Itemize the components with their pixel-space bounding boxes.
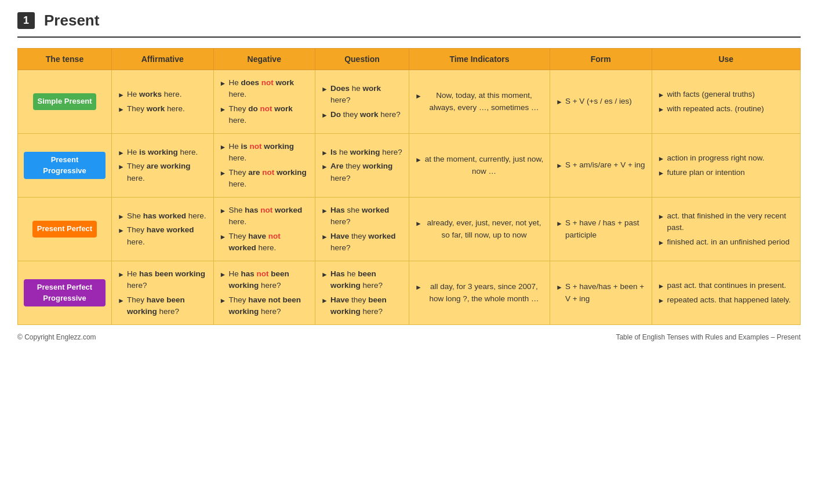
time-cell-present-perfect-progressive: ►all day, for 3 years, since 2007, how l… xyxy=(409,261,550,325)
affirmative-item: He is working here. xyxy=(127,147,208,158)
bullet-arrow: ► xyxy=(118,295,125,306)
col-header-the-tense: The tense xyxy=(18,49,112,70)
bullet-arrow: ► xyxy=(658,238,665,248)
bullet-arrow: ► xyxy=(658,295,665,306)
col-header-time-indicators: Time Indicators xyxy=(409,49,550,70)
negative-cell-present-perfect-progressive: ►He has not been working here?►They have… xyxy=(213,261,315,325)
bullet-arrow: ► xyxy=(321,148,328,158)
time-item: all day, for 3 years, since 2007, how lo… xyxy=(424,281,544,305)
bullet-arrow: ► xyxy=(658,90,665,100)
use-cell-present-progressive: ►action in progress right now.►future pl… xyxy=(652,134,801,198)
col-header-form: Form xyxy=(550,49,652,70)
tense-badge-present-perfect: Present Perfect xyxy=(32,221,97,237)
question-cell-present-perfect: ►Has she worked here?►Have they worked h… xyxy=(315,198,409,261)
tenses-table: The tenseAffirmativeNegativeQuestionTime… xyxy=(17,48,801,325)
affirmative-cell-simple-present: ►He works here.►They work here. xyxy=(112,70,214,134)
use-item: with facts (general truths) xyxy=(667,89,794,100)
col-header-question: Question xyxy=(315,49,409,70)
col-header-negative: Negative xyxy=(213,49,315,70)
form-cell-present-perfect-progressive: ►S + have/has + been + V + ing xyxy=(550,261,652,325)
page-footer: © Copyright Englezz.com Table of English… xyxy=(17,333,801,341)
negative-cell-simple-present: ►He does not work here.►They do not work… xyxy=(213,70,315,134)
negative-item: They do not work here. xyxy=(228,103,309,127)
affirmative-item: He works here. xyxy=(127,89,208,100)
tense-badge-simple-present: Simple Present xyxy=(33,93,97,109)
page-title: Present xyxy=(44,12,99,30)
question-item: Is he working here? xyxy=(330,147,403,158)
use-item: with repeated acts. (routine) xyxy=(667,103,794,115)
bullet-arrow: ► xyxy=(118,162,125,172)
form-item: S + am/is/are + V + ing xyxy=(565,159,646,171)
negative-item: They have not worked here. xyxy=(228,231,309,254)
copyright-text: © Copyright Englezz.com xyxy=(17,333,96,341)
bullet-arrow: ► xyxy=(220,142,227,152)
question-cell-present-perfect-progressive: ►Has he been working here?►Have they bee… xyxy=(315,261,409,325)
use-item: finished act. in an unfinished period xyxy=(667,236,794,248)
affirmative-item: They have been working here? xyxy=(127,294,208,318)
question-item: Are they working here? xyxy=(330,160,403,184)
question-cell-present-progressive: ►Is he working here?►Are they working he… xyxy=(315,134,409,198)
bullet-arrow: ► xyxy=(321,84,328,94)
affirmative-item: They have worked here. xyxy=(127,224,208,248)
bullet-arrow: ► xyxy=(658,211,665,222)
bullet-arrow: ► xyxy=(658,281,665,291)
bullet-arrow: ► xyxy=(556,97,563,107)
col-header-use: Use xyxy=(652,49,801,70)
bullet-arrow: ► xyxy=(220,269,227,280)
time-cell-simple-present: ►Now, today, at this moment, always, eve… xyxy=(409,70,550,134)
negative-cell-present-perfect: ►She has not worked here.►They have not … xyxy=(213,198,315,261)
bullet-arrow: ► xyxy=(220,104,227,115)
form-item: S + have / has + past participle xyxy=(565,217,646,241)
bullet-arrow: ► xyxy=(321,232,328,242)
negative-item: They have not been working here? xyxy=(228,294,309,318)
use-cell-present-perfect-progressive: ►past act. that continues in present.►re… xyxy=(652,261,801,325)
bullet-arrow: ► xyxy=(321,269,328,280)
tense-label-cell-present-perfect-progressive: Present Perfect Progressive xyxy=(18,261,112,325)
question-item: Do they work here? xyxy=(330,109,403,120)
negative-cell-present-progressive: ►He is not working here.►They are not wo… xyxy=(213,134,315,198)
use-item: repeated acts. that happened lately. xyxy=(667,294,794,306)
affirmative-cell-present-progressive: ►He is working here.►They are working he… xyxy=(112,134,214,198)
table-header-row: The tenseAffirmativeNegativeQuestionTime… xyxy=(18,49,801,70)
use-cell-present-perfect: ►act. that finished in the very recent p… xyxy=(652,198,801,261)
form-item: S + have/has + been + V + ing xyxy=(565,281,646,305)
bullet-arrow: ► xyxy=(415,91,422,101)
time-item: already, ever, just, never, not yet, so … xyxy=(424,217,544,241)
time-cell-present-progressive: ►at the moment, currently, just now, now… xyxy=(409,134,550,198)
negative-item: He is not working here. xyxy=(228,141,309,165)
tense-badge-present-progressive: Present Progressive xyxy=(24,152,106,178)
negative-item: He has not been working here? xyxy=(228,268,309,292)
affirmative-cell-present-perfect: ►She has worked here.►They have worked h… xyxy=(112,198,214,261)
use-item: past act. that continues in present. xyxy=(667,280,794,291)
bullet-arrow: ► xyxy=(118,211,125,222)
caption-text: Table of English Tenses with Rules and E… xyxy=(616,333,801,341)
bullet-arrow: ► xyxy=(220,78,227,89)
bullet-arrow: ► xyxy=(556,282,563,293)
bullet-arrow: ► xyxy=(415,282,422,293)
table-row-present-progressive: Present Progressive►He is working here.►… xyxy=(18,134,801,198)
table-row-present-perfect: Present Perfect►She has worked here.►The… xyxy=(18,198,801,261)
table-row-simple-present: Simple Present►He works here.►They work … xyxy=(18,70,801,134)
bullet-arrow: ► xyxy=(118,269,125,280)
question-item: Have they worked here? xyxy=(330,231,403,254)
affirmative-cell-present-perfect-progressive: ►He has been working here?►They have bee… xyxy=(112,261,214,325)
bullet-arrow: ► xyxy=(658,104,665,115)
use-cell-simple-present: ►with facts (general truths)►with repeat… xyxy=(652,70,801,134)
section-number: 1 xyxy=(17,12,35,29)
bullet-arrow: ► xyxy=(118,90,125,100)
tense-badge-present-perfect-progressive: Present Perfect Progressive xyxy=(24,279,106,306)
affirmative-item: He has been working here? xyxy=(127,268,208,292)
bullet-arrow: ► xyxy=(118,104,125,115)
use-item: act. that finished in the very recent pa… xyxy=(667,210,794,234)
bullet-arrow: ► xyxy=(321,110,328,120)
negative-item: They are not working here. xyxy=(228,167,309,191)
form-item: S + V (+s / es / ies) xyxy=(565,96,646,107)
use-item: future plan or intention xyxy=(667,167,794,178)
bullet-arrow: ► xyxy=(415,218,422,229)
tense-label-cell-simple-present: Simple Present xyxy=(18,70,112,134)
question-item: Has he been working here? xyxy=(330,268,403,292)
bullet-arrow: ► xyxy=(220,168,227,178)
tense-label-cell-present-progressive: Present Progressive xyxy=(18,134,112,198)
bullet-arrow: ► xyxy=(220,295,227,306)
bullet-arrow: ► xyxy=(321,295,328,306)
